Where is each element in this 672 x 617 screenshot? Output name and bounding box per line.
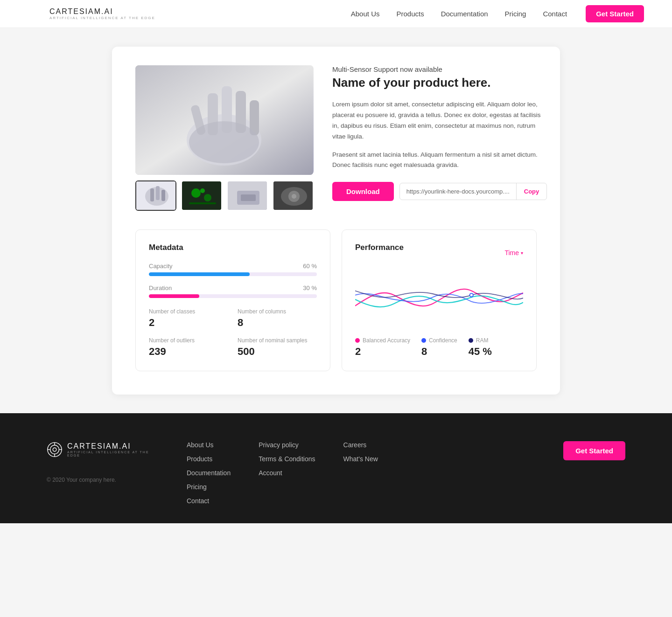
capacity-progress-fill: [149, 272, 250, 276]
nav-products[interactable]: Products: [396, 10, 424, 18]
product-hero: Multi-Sensor Support now available Name …: [135, 65, 537, 211]
svg-point-33: [470, 294, 473, 297]
stat-outliers-label: Number of outliers: [149, 337, 228, 344]
stat-classes-value: 2: [149, 317, 228, 329]
footer-contact[interactable]: Contact: [187, 497, 231, 505]
footer-pricing[interactable]: Pricing: [187, 483, 231, 491]
svg-point-31: [292, 194, 296, 199]
thumbnail-2[interactable]: [181, 180, 222, 211]
download-button[interactable]: Download: [332, 182, 394, 201]
svg-point-24: [200, 188, 205, 193]
duration-row: Duration 30 %: [149, 284, 317, 298]
nav-cta-button[interactable]: Get Started: [586, 5, 644, 22]
product-info: Multi-Sensor Support now available Name …: [332, 65, 547, 211]
thumbnail-4[interactable]: [273, 180, 314, 211]
link-url-text: https://yourlink-here-docs.yourcomp....: [400, 183, 516, 200]
nav-logo-name: CARTESIAM.AI: [49, 7, 155, 16]
svg-point-14: [189, 121, 259, 163]
legend-confidence: Confidence 8: [421, 337, 457, 358]
nav-pricing[interactable]: Pricing: [505, 10, 526, 18]
footer-account[interactable]: Account: [259, 469, 315, 477]
footer-links-group: About Us Products Documentation Pricing …: [187, 441, 535, 505]
footer-col-2: Privacy policy Terms & Conditions Accoun…: [259, 441, 315, 505]
legend-ram: RAM 45 %: [469, 337, 492, 358]
stat-columns-value: 8: [238, 317, 317, 329]
product-desc-2: Praesent sit amet lacinia tellus. Aliqua…: [332, 150, 547, 171]
footer-copyright: © 2020 Your company here.: [47, 477, 159, 483]
thumbnail-3[interactable]: [227, 180, 268, 211]
footer-col-1: About Us Products Documentation Pricing …: [187, 441, 231, 505]
footer-privacy[interactable]: Privacy policy: [259, 441, 315, 449]
product-badge: Multi-Sensor Support now available: [332, 65, 547, 73]
confidence-label: Confidence: [429, 337, 457, 344]
stat-columns-label: Number of columns: [238, 308, 317, 315]
product-title: Name of your product here.: [332, 75, 547, 91]
link-box: https://yourlink-here-docs.yourcomp.... …: [399, 183, 547, 200]
bottom-cards: Metadata Capacity 60 % Duration 30 %: [135, 229, 537, 371]
capacity-label-row: Capacity 60 %: [149, 263, 317, 270]
metadata-title: Metadata: [149, 243, 317, 252]
stat-classes-label: Number of classes: [149, 308, 228, 315]
footer-about[interactable]: About Us: [187, 441, 231, 449]
balanced-accuracy-label: Balanced Accuracy: [363, 337, 410, 344]
svg-rect-18: [156, 186, 160, 200]
duration-label-row: Duration 30 %: [149, 284, 317, 291]
duration-progress-track: [149, 294, 317, 298]
product-actions: Download https://yourlink-here-docs.your…: [332, 182, 547, 201]
footer-cta-wrap: Get Started: [563, 441, 625, 460]
thumbnail-list: [135, 180, 314, 211]
ram-label: RAM: [476, 337, 489, 344]
performance-legend: Balanced Accuracy 2 Confidence 8 RAM: [355, 337, 523, 358]
ram-dot: [469, 338, 473, 343]
legend-ram-label-row: RAM: [469, 337, 492, 344]
copy-button[interactable]: Copy: [516, 183, 547, 200]
svg-rect-20: [182, 181, 222, 211]
capacity-row: Capacity 60 %: [149, 263, 317, 276]
svg-rect-19: [161, 190, 165, 201]
robot-hand-svg: [135, 65, 313, 175]
nav-contact[interactable]: Contact: [543, 10, 567, 18]
chevron-down-icon: ▾: [521, 250, 523, 256]
nav-about[interactable]: About Us: [351, 10, 380, 18]
confidence-value: 8: [421, 346, 457, 358]
navbar: CARTESIAM.AI ARTIFICIAL INTELLIGENCE AT …: [0, 0, 672, 28]
capacity-progress-track: [149, 272, 317, 276]
thumbnail-1[interactable]: [135, 180, 176, 211]
footer-inner: CARTESIAM.AI ARTIFICIAL INTELLIGENCE AT …: [47, 441, 625, 505]
footer: CARTESIAM.AI ARTIFICIAL INTELLIGENCE AT …: [0, 413, 672, 523]
nav-logo-icon: [28, 6, 45, 22]
confidence-dot: [421, 338, 426, 343]
duration-label: Duration: [149, 284, 172, 291]
footer-careers[interactable]: Careers: [343, 441, 378, 449]
footer-whats-new[interactable]: What's New: [343, 455, 378, 463]
footer-documentation[interactable]: Documentation: [187, 469, 231, 477]
legend-confidence-label-row: Confidence: [421, 337, 457, 344]
metadata-stats-grid: Number of classes 2 Number of columns 8 …: [149, 308, 317, 358]
svg-rect-27: [241, 194, 256, 201]
svg-point-2: [35, 12, 38, 16]
footer-logo: CARTESIAM.AI ARTIFICIAL INTELLIGENCE AT …: [47, 441, 159, 458]
time-dropdown[interactable]: Time ▾: [504, 249, 523, 257]
footer-cta-button[interactable]: Get Started: [563, 441, 625, 460]
legend-balanced-accuracy-label-row: Balanced Accuracy: [355, 337, 410, 344]
stat-outliers: Number of outliers 239: [149, 337, 228, 358]
stat-nominal-samples: Number of nominal samples 500: [238, 337, 317, 358]
footer-logo-tagline: ARTIFICIAL INTELLIGENCE AT THE EDGE: [67, 451, 159, 457]
performance-title: Performance: [355, 243, 404, 252]
footer-terms[interactable]: Terms & Conditions: [259, 455, 315, 463]
nav-documentation[interactable]: Documentation: [441, 10, 488, 18]
legend-balanced-accuracy: Balanced Accuracy 2: [355, 337, 410, 358]
svg-point-1: [32, 9, 41, 19]
nav-logo-text: CARTESIAM.AI ARTIFICIAL INTELLIGENCE AT …: [49, 7, 155, 20]
footer-logo-section: CARTESIAM.AI ARTIFICIAL INTELLIGENCE AT …: [47, 441, 159, 483]
footer-products[interactable]: Products: [187, 455, 231, 463]
time-label: Time: [504, 249, 519, 257]
footer-logo-text: CARTESIAM.AI ARTIFICIAL INTELLIGENCE AT …: [67, 442, 159, 457]
svg-point-35: [50, 445, 59, 454]
svg-point-22: [204, 194, 211, 201]
svg-rect-17: [150, 188, 154, 201]
footer-col-3: Careers What's New: [343, 441, 378, 505]
stat-outliers-value: 239: [149, 346, 228, 358]
svg-point-36: [53, 448, 56, 451]
metadata-card: Metadata Capacity 60 % Duration 30 %: [135, 229, 330, 371]
